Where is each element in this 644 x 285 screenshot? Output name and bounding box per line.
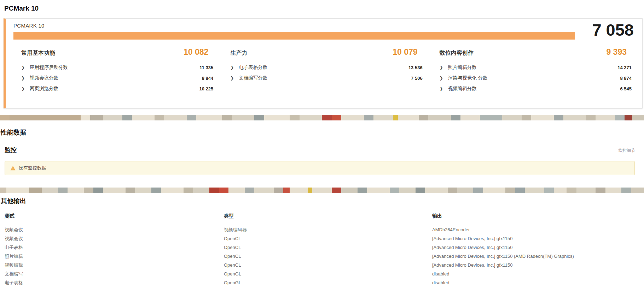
chevron-right-icon: ❯ [440, 76, 448, 81]
column-header-type: 类型 [224, 209, 428, 225]
group-tests: ❯ 应用程序启动分数 11 335 ❯ 视频会议分数 8 844 ❯ 网页浏览分… [21, 62, 213, 94]
group-header: 数位内容创作 9 393 [440, 47, 632, 57]
other-output-table: 测试 类型 输出 视频会议 视频编码器 AMDh264Encoder 视频会议 … [0, 209, 644, 285]
cell-test: 视频会议 [5, 225, 219, 234]
chevron-right-icon: ❯ [440, 65, 448, 70]
table-row: 视频会议 视频编码器 AMDh264Encoder [5, 225, 639, 234]
test-row-spreadsheets[interactable]: ❯ 电子表格分数 13 536 [230, 62, 422, 73]
test-value: 7 506 [411, 76, 423, 81]
cell-test: 电子表格 [5, 278, 219, 285]
cell-output: [Advanced Micro Devices, Inc.] gfx1150 [432, 234, 639, 243]
cell-test: 文档编写 [5, 269, 219, 278]
test-row-web-browsing[interactable]: ❯ 网页浏览分数 10 225 [21, 83, 213, 94]
cell-output: [Advanced Micro Devices, Inc.] gfx1150 [432, 243, 639, 252]
test-label: 应用程序启动分数 [30, 64, 68, 71]
test-label: 网页浏览分数 [30, 85, 58, 92]
test-value: 10 225 [199, 86, 214, 91]
monitoring-header: 监控 监控细节 [5, 146, 635, 154]
group-header: 常用基本功能 10 082 [21, 47, 213, 57]
test-value: 14 271 [617, 65, 632, 70]
test-value: 13 536 [408, 65, 423, 70]
test-row-writing[interactable]: ❯ 文档编写分数 7 506 [230, 73, 422, 83]
group-name: 数位内容创作 [440, 49, 474, 57]
table-row: 照片编辑 OpenCL [Advanced Micro Devices, Inc… [5, 252, 639, 261]
test-row-app-start[interactable]: ❯ 应用程序启动分数 11 335 [21, 62, 213, 73]
test-label: 渲染与视觉化 分数 [448, 75, 488, 81]
cell-output: [Advanced Micro Devices, Inc.] gfx1150 (… [432, 252, 639, 261]
cell-type: OpenCL [224, 252, 428, 261]
table-row: 文档编写 OpenGL disabled [5, 269, 639, 278]
pcmark-score-card: PCMARK 10 7 058 常用基本功能 10 082 ❯ 应用程序启动分数… [4, 18, 643, 108]
monitoring-details-link[interactable]: 监控细节 [618, 148, 635, 154]
group-name: 生产力 [230, 49, 247, 57]
cell-output: disabled [432, 269, 639, 278]
warning-icon [10, 166, 16, 171]
chevron-right-icon: ❯ [440, 86, 448, 91]
group-score: 10 082 [184, 47, 208, 57]
cell-test: 视频编辑 [5, 261, 219, 269]
chevron-right-icon: ❯ [21, 86, 30, 91]
group-name: 常用基本功能 [21, 49, 55, 57]
cell-test: 照片编辑 [5, 252, 219, 261]
table-row: 视频会议 OpenCL [Advanced Micro Devices, Inc… [5, 234, 639, 243]
cell-type: OpenCL [224, 243, 428, 252]
cell-output: AMDh264Encoder [432, 225, 639, 234]
other-output-heading: 其他输出 [1, 197, 644, 205]
score-group-digital-content: 数位内容创作 9 393 ❯ 照片编辑分数 14 271 ❯ 渲染与视觉化 分数… [432, 47, 632, 94]
column-header-test: 测试 [5, 209, 219, 225]
table-header-row: 测试 类型 输出 [5, 209, 639, 225]
test-value: 8 844 [202, 76, 214, 81]
page-title: PCMark 10 [0, 0, 644, 13]
column-header-output: 输出 [432, 209, 639, 225]
test-value: 6 545 [620, 86, 632, 91]
performance-data-heading: 性能数据 [1, 128, 644, 137]
test-row-video-conference[interactable]: ❯ 视频会议分数 8 844 [21, 73, 213, 83]
cell-output: disabled [432, 278, 639, 285]
test-label: 视频编辑分数 [448, 85, 477, 92]
group-header: 生产力 10 079 [230, 47, 422, 57]
score-group-productivity: 生产力 10 079 ❯ 电子表格分数 13 536 ❯ 文档编写分数 7 50… [222, 47, 422, 94]
cell-type: OpenGL [224, 269, 428, 278]
chevron-right-icon: ❯ [230, 76, 239, 81]
group-tests: ❯ 电子表格分数 13 536 ❯ 文档编写分数 7 506 [230, 62, 422, 83]
chevron-right-icon: ❯ [21, 65, 30, 70]
table-row: 电子表格 OpenGL disabled [5, 278, 639, 285]
test-label: 文档编写分数 [239, 75, 267, 81]
cell-output: [Advanced Micro Devices, Inc.] gfx1150 [432, 261, 639, 269]
cell-type: 视频编码器 [224, 225, 428, 234]
test-label: 电子表格分数 [239, 64, 267, 71]
no-monitoring-data-warning: 没有监控数据 [5, 161, 635, 175]
decorative-banner [0, 188, 644, 193]
table-row: 电子表格 OpenCL [Advanced Micro Devices, Inc… [5, 243, 639, 252]
overall-score-bar [13, 32, 575, 40]
warning-message: 没有监控数据 [19, 165, 46, 171]
test-row-photo-editing[interactable]: ❯ 照片编辑分数 14 271 [440, 62, 632, 73]
test-value: 11 335 [199, 65, 213, 70]
test-value: 8 874 [620, 76, 632, 81]
score-groups: 常用基本功能 10 082 ❯ 应用程序启动分数 11 335 ❯ 视频会议分数… [13, 47, 632, 94]
test-row-rendering-visualization[interactable]: ❯ 渲染与视觉化 分数 8 874 [440, 73, 632, 83]
group-score: 9 393 [606, 47, 627, 57]
cell-test: 电子表格 [5, 243, 219, 252]
decorative-banner [0, 115, 644, 120]
table-row: 视频编辑 OpenCL [Advanced Micro Devices, Inc… [5, 261, 639, 269]
cell-type: OpenGL [224, 278, 428, 285]
chevron-right-icon: ❯ [21, 76, 30, 81]
score-card-title: PCMARK 10 [13, 22, 632, 28]
cell-type: OpenCL [224, 261, 428, 269]
test-row-video-editing[interactable]: ❯ 视频编辑分数 6 545 [440, 83, 632, 94]
group-tests: ❯ 照片编辑分数 14 271 ❯ 渲染与视觉化 分数 8 874 ❯ 视频编辑… [440, 62, 632, 94]
test-label: 照片编辑分数 [448, 64, 477, 71]
score-group-essentials: 常用基本功能 10 082 ❯ 应用程序启动分数 11 335 ❯ 视频会议分数… [13, 47, 213, 94]
cell-test: 视频会议 [5, 234, 219, 243]
cell-type: OpenCL [224, 234, 428, 243]
chevron-right-icon: ❯ [230, 65, 239, 70]
overall-score: 7 058 [592, 21, 634, 39]
test-label: 视频会议分数 [30, 75, 58, 81]
group-score: 10 079 [393, 47, 417, 57]
monitoring-title: 监控 [5, 146, 17, 154]
